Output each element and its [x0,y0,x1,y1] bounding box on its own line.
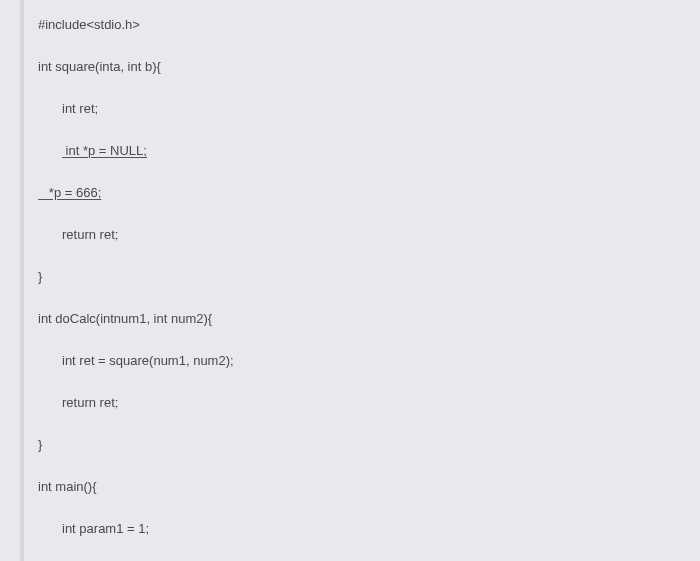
code-line: int *p = NULL; [20,136,680,166]
blank-line [20,250,680,262]
code-line: int ret = square(num1, num2); [20,346,680,376]
code-line: int main(){ [20,472,680,502]
code-block: #include<stdio.h> int square(inta, int b… [20,0,680,561]
code-line: int square(inta, int b){ [20,52,680,82]
blank-line [20,82,680,94]
code-line: } [20,262,680,292]
code-line: int doCalc(intnum1, int num2){ [20,304,680,334]
code-line: *p = 666; [20,178,680,208]
blank-line [20,544,680,556]
code-line: #include<stdio.h> [20,10,680,40]
blank-line [20,124,680,136]
code-line: int ret; [20,94,680,124]
blank-line [20,460,680,472]
code-line: return ret; [20,220,680,250]
code-line: return ret; [20,388,680,418]
blank-line [20,418,680,430]
blank-line [20,502,680,514]
blank-line [20,166,680,178]
blank-line [20,376,680,388]
blank-line [20,208,680,220]
blank-line [20,40,680,52]
code-line: int param1 = 1; [20,514,680,544]
code-line: } [20,430,680,460]
code-line: int param2 = 2; [20,556,680,561]
blank-line [20,292,680,304]
blank-line [20,334,680,346]
